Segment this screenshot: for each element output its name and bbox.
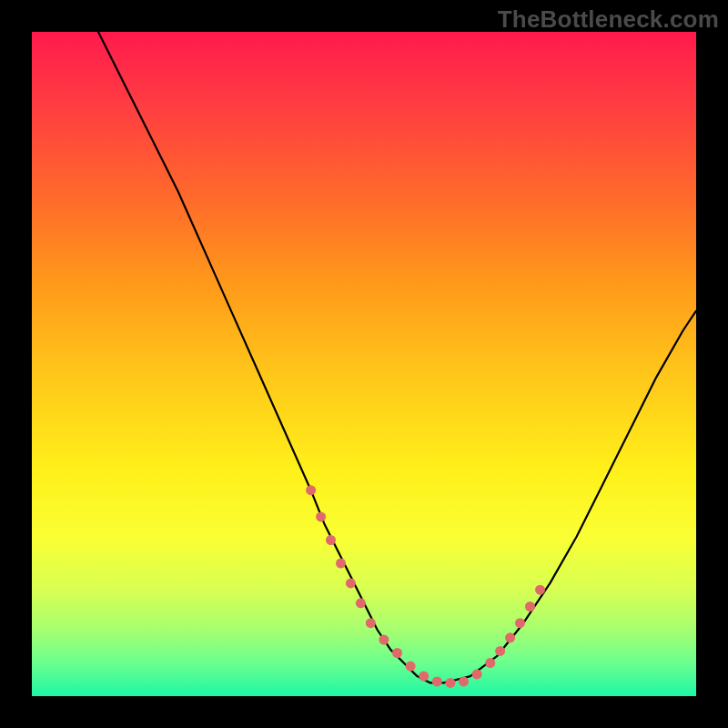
highlight-dot: [306, 485, 316, 495]
curve-layer: [32, 32, 696, 696]
highlight-dot: [336, 559, 346, 569]
watermark-text: TheBottleneck.com: [498, 5, 719, 34]
highlight-dot: [505, 632, 515, 642]
highlight-dot: [445, 678, 455, 688]
highlight-dots: [306, 485, 545, 688]
highlight-dot: [495, 646, 505, 656]
highlight-dot: [326, 535, 336, 545]
highlight-dot: [419, 672, 429, 682]
highlight-dot: [379, 635, 389, 645]
highlight-dot: [515, 618, 525, 628]
highlight-dot: [356, 598, 366, 608]
highlight-dot: [472, 669, 482, 679]
highlight-dot: [485, 658, 495, 668]
highlight-dot: [366, 618, 376, 628]
highlight-dot: [525, 602, 535, 612]
highlight-dot: [406, 662, 416, 672]
highlight-dot: [316, 511, 326, 521]
plot-area: [32, 32, 696, 696]
highlight-dot: [459, 676, 469, 686]
highlight-dot: [346, 578, 356, 588]
bottleneck-curve: [98, 32, 696, 682]
highlight-dot: [392, 648, 402, 658]
highlight-dot: [432, 676, 442, 686]
highlight-dot: [535, 585, 545, 595]
chart-frame: TheBottleneck.com: [0, 0, 728, 728]
